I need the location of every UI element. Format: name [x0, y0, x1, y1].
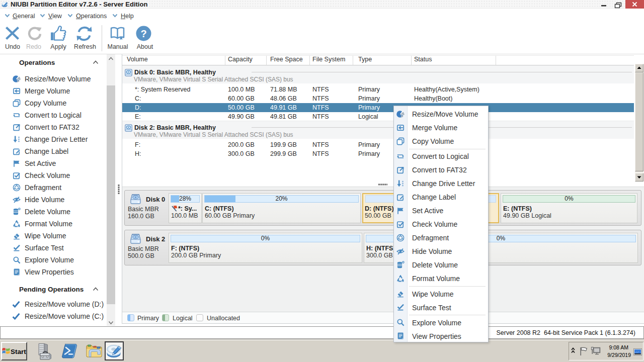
svg-text:?: ?: [140, 28, 146, 39]
